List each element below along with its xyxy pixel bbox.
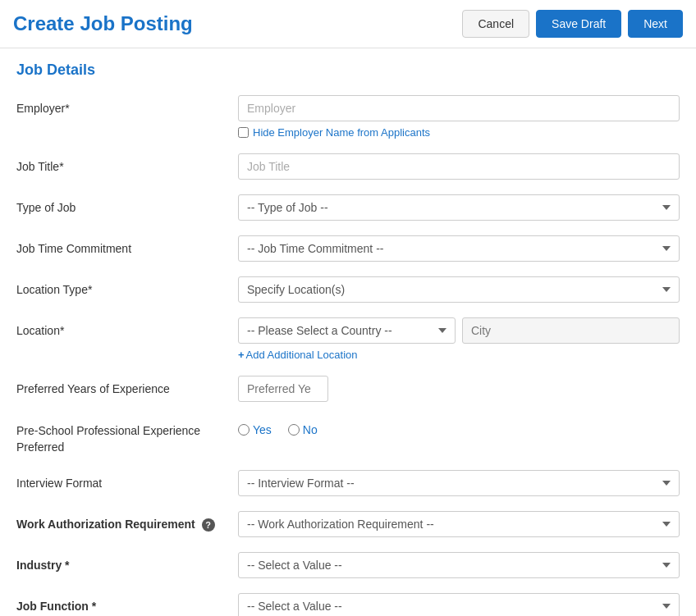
type-of-job-select[interactable]: -- Type of Job -- bbox=[238, 194, 680, 221]
interview-format-controls: -- Interview Format -- bbox=[238, 470, 680, 496]
type-of-job-row: Type of Job -- Type of Job -- bbox=[16, 194, 680, 221]
add-location-label: Add Additional Location bbox=[246, 349, 358, 361]
job-function-label: Job Function * bbox=[16, 593, 238, 613]
work-auth-select[interactable]: -- Work Authorization Requirement -- bbox=[238, 511, 680, 537]
location-city-input[interactable] bbox=[462, 317, 680, 344]
preferred-years-row: Preferred Years of Experience bbox=[16, 376, 680, 402]
location-city-wrapper bbox=[462, 317, 680, 344]
job-time-commitment-select[interactable]: -- Job Time Commitment -- bbox=[238, 235, 680, 262]
employer-row: Employer* Hide Employer Name from Applic… bbox=[16, 95, 680, 139]
work-auth-label: Work Authorization Requirement ? bbox=[16, 511, 238, 532]
location-inputs-row: -- Please Select a Country -- bbox=[238, 317, 680, 344]
location-type-controls: Specify Location(s) bbox=[238, 276, 680, 303]
work-auth-controls: -- Work Authorization Requirement -- bbox=[238, 511, 680, 537]
preschool-no-option: No bbox=[288, 423, 318, 436]
job-function-controls: -- Select a Value -- bbox=[238, 593, 680, 616]
job-title-label: Job Title* bbox=[16, 153, 238, 173]
interview-format-row: Interview Format -- Interview Format -- bbox=[16, 470, 680, 496]
job-function-select[interactable]: -- Select a Value -- bbox=[238, 593, 680, 616]
preschool-no-label[interactable]: No bbox=[303, 423, 318, 436]
preschool-no-radio[interactable] bbox=[288, 424, 300, 436]
location-controls: -- Please Select a Country -- + Add Addi… bbox=[238, 317, 680, 361]
page-title: Create Job Posting bbox=[13, 12, 193, 35]
industry-row: Industry * -- Select a Value -- bbox=[16, 552, 680, 578]
preschool-experience-controls: Yes No bbox=[238, 417, 680, 436]
next-button[interactable]: Next bbox=[628, 10, 683, 38]
save-draft-button[interactable]: Save Draft bbox=[536, 10, 621, 38]
job-title-controls bbox=[238, 153, 680, 180]
work-auth-help-icon[interactable]: ? bbox=[202, 518, 215, 532]
preschool-yes-label[interactable]: Yes bbox=[253, 423, 272, 436]
preschool-yes-radio[interactable] bbox=[238, 424, 250, 436]
preferred-years-input[interactable] bbox=[238, 376, 328, 402]
plus-icon: + bbox=[238, 349, 245, 361]
job-time-commitment-row: Job Time Commitment -- Job Time Commitme… bbox=[16, 235, 680, 262]
location-label: Location* bbox=[16, 317, 238, 337]
cancel-button[interactable]: Cancel bbox=[462, 10, 529, 38]
job-title-input[interactable] bbox=[238, 153, 680, 180]
location-country-select[interactable]: -- Please Select a Country -- bbox=[238, 317, 456, 344]
type-of-job-label: Type of Job bbox=[16, 194, 238, 214]
industry-select[interactable]: -- Select a Value -- bbox=[238, 552, 680, 578]
add-additional-location-link[interactable]: + Add Additional Location bbox=[238, 349, 680, 361]
preschool-experience-row: Pre-School Professional Experience Prefe… bbox=[16, 417, 680, 455]
preferred-years-controls bbox=[238, 376, 680, 402]
type-of-job-controls: -- Type of Job -- bbox=[238, 194, 680, 221]
preferred-years-label: Preferred Years of Experience bbox=[16, 376, 238, 395]
interview-format-label: Interview Format bbox=[16, 470, 238, 490]
industry-controls: -- Select a Value -- bbox=[238, 552, 680, 578]
preschool-experience-label: Pre-School Professional Experience Prefe… bbox=[16, 417, 238, 455]
location-row: Location* -- Please Select a Country -- … bbox=[16, 317, 680, 361]
employer-input[interactable] bbox=[238, 95, 680, 121]
job-title-row: Job Title* bbox=[16, 153, 680, 180]
form-content: Job Details Employer* Hide Employer Name… bbox=[0, 48, 696, 616]
interview-format-select[interactable]: -- Interview Format -- bbox=[238, 470, 680, 496]
location-type-label: Location Type* bbox=[16, 276, 238, 296]
location-type-row: Location Type* Specify Location(s) bbox=[16, 276, 680, 303]
header-buttons: Cancel Save Draft Next bbox=[462, 10, 683, 38]
location-country-wrapper: -- Please Select a Country -- bbox=[238, 317, 456, 344]
job-function-row: Job Function * -- Select a Value -- bbox=[16, 593, 680, 616]
hide-employer-checkbox[interactable] bbox=[238, 127, 249, 138]
section-title: Job Details bbox=[16, 62, 680, 79]
industry-label: Industry * bbox=[16, 552, 238, 572]
job-time-commitment-controls: -- Job Time Commitment -- bbox=[238, 235, 680, 262]
location-type-select[interactable]: Specify Location(s) bbox=[238, 276, 680, 303]
job-time-commitment-label: Job Time Commitment bbox=[16, 235, 238, 255]
page-header: Create Job Posting Cancel Save Draft Nex… bbox=[0, 0, 696, 48]
employer-controls: Hide Employer Name from Applicants bbox=[238, 95, 680, 139]
work-auth-row: Work Authorization Requirement ? -- Work… bbox=[16, 511, 680, 537]
hide-employer-row: Hide Employer Name from Applicants bbox=[238, 126, 680, 139]
hide-employer-label[interactable]: Hide Employer Name from Applicants bbox=[253, 126, 430, 139]
preschool-radio-group: Yes No bbox=[238, 417, 680, 436]
employer-label: Employer* bbox=[16, 95, 238, 115]
preschool-yes-option: Yes bbox=[238, 423, 272, 436]
